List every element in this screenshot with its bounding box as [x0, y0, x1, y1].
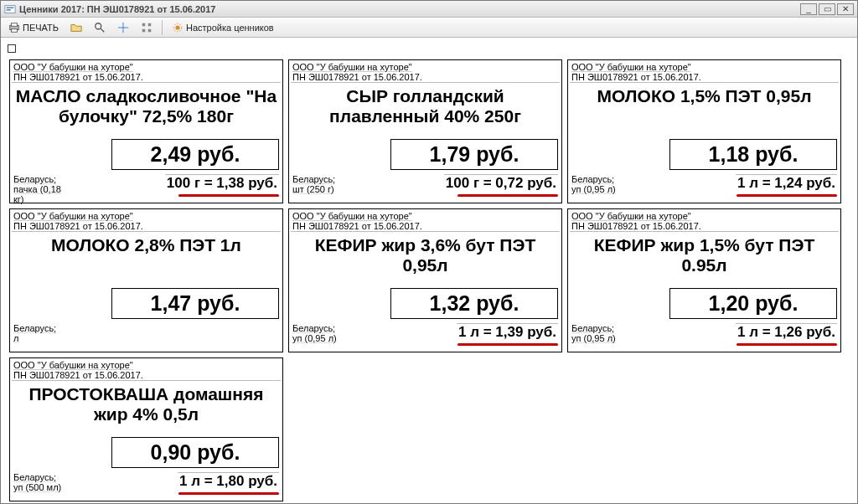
red-underline — [457, 194, 558, 197]
origin-pack: Беларусь;уп (0,95 л) — [571, 323, 630, 343]
red-underline — [737, 194, 837, 197]
org-name: ООО "У бабушки на хуторе" — [12, 211, 281, 221]
unit-price: 100 г = 1,38 руб. — [165, 174, 279, 192]
print-button[interactable]: ПЕЧАТЬ — [4, 20, 63, 35]
origin-pack: Беларусь;пачка (0,18 кг) — [13, 174, 72, 204]
svg-rect-11 — [148, 23, 152, 26]
window-title: Ценники 2017: ПН ЭШ0178921 от 15.06.2017 — [19, 4, 800, 14]
price-tag: ООО "У бабушки на хуторе"ПН ЭШ0178921 от… — [567, 208, 841, 352]
doc-ref: ПН ЭШ0178921 от 15.06.2017. — [12, 72, 281, 83]
printer-icon — [8, 22, 20, 33]
org-name: ООО "У бабушки на хуторе" — [291, 62, 560, 72]
product-name: ПРОСТОКВАША домашняя жир 4% 0,5л — [12, 381, 281, 424]
svg-rect-10 — [142, 23, 146, 26]
svg-rect-1 — [7, 7, 14, 8]
doc-ref: ПН ЭШ0178921 от 15.06.2017. — [570, 72, 839, 83]
print-label: ПЕЧАТЬ — [23, 23, 59, 33]
svg-rect-2 — [7, 9, 11, 11]
price: 1,32 руб. — [390, 288, 558, 319]
app-icon — [4, 3, 16, 15]
product-name: МОЛОКО 2,8% ПЭТ 1л — [12, 232, 281, 274]
svg-rect-12 — [142, 28, 146, 32]
origin-pack: Беларусь;шт (250 г) — [292, 174, 351, 194]
fit-button[interactable] — [113, 20, 133, 35]
price-tag: ООО "У бабушки на хуторе"ПН ЭШ0178921 от… — [288, 59, 562, 203]
price: 1,18 руб. — [669, 139, 837, 170]
minimize-button[interactable]: _ — [800, 3, 817, 15]
org-name: ООО "У бабушки на хуторе" — [570, 62, 839, 72]
unit-price-block: 1 л = 1,26 руб. — [736, 323, 837, 346]
unit-price-block: 100 г = 1,38 руб. — [165, 174, 279, 197]
origin-pack: Беларусь;л — [13, 323, 72, 343]
price: 1,47 руб. — [111, 288, 279, 319]
svg-line-7 — [101, 28, 104, 31]
grid-button[interactable] — [137, 20, 157, 35]
org-name: ООО "У бабушки на хуторе" — [12, 360, 281, 370]
doc-ref: ПН ЭШ0178921 от 15.06.2017. — [12, 221, 281, 232]
price-tag: ООО "У бабушки на хуторе"ПН ЭШ0178921 от… — [288, 208, 562, 352]
origin-pack: Беларусь;уп (500 мл) — [13, 472, 72, 492]
toolbar: ПЕЧАТЬ Настройка ценников — [1, 18, 857, 38]
gear-icon — [172, 22, 183, 33]
window-controls: _ ▭ ✕ — [800, 3, 854, 15]
red-underline — [737, 343, 837, 346]
titlebar: Ценники 2017: ПН ЭШ0178921 от 15.06.2017… — [1, 1, 857, 18]
price: 2,49 руб. — [111, 139, 279, 170]
price-tag: ООО "У бабушки на хуторе"ПН ЭШ0178921 от… — [9, 357, 283, 501]
unit-price: 1 л = 1,39 руб. — [457, 323, 558, 341]
product-name: МАСЛО сладкосливочное "На булочку" 72,5%… — [12, 83, 281, 126]
red-underline — [457, 343, 558, 346]
toolbar-separator — [162, 20, 163, 35]
org-name: ООО "У бабушки на хуторе" — [570, 211, 839, 221]
settings-label: Настройка ценников — [186, 23, 274, 33]
magnifier-icon — [94, 22, 106, 33]
svg-rect-13 — [148, 28, 152, 32]
product-name: КЕФИР жир 3,6% бут ПЭТ 0,95л — [291, 232, 560, 275]
unit-price: 1 л = 1,24 руб. — [736, 174, 837, 192]
price: 1,20 руб. — [669, 288, 837, 319]
svg-rect-4 — [12, 23, 18, 26]
folder-icon — [70, 22, 82, 33]
product-name: КЕФИР жир 1,5% бут ПЭТ 0.95л — [570, 232, 839, 275]
grid-icon — [141, 22, 152, 33]
unit-price-block: 100 г = 0,72 руб. — [444, 174, 558, 197]
unit-price: 100 г = 0,72 руб. — [444, 174, 558, 192]
close-button[interactable]: ✕ — [837, 3, 854, 15]
maximize-button[interactable]: ▭ — [819, 3, 835, 15]
crosshair-icon — [117, 22, 129, 33]
page-marker — [8, 44, 16, 53]
red-underline — [178, 492, 279, 495]
app-window: Ценники 2017: ПН ЭШ0178921 от 15.06.2017… — [0, 0, 858, 504]
unit-price: 1 л = 1,26 руб. — [736, 323, 837, 341]
svg-rect-5 — [12, 28, 18, 32]
open-button[interactable] — [66, 20, 86, 35]
unit-price: 1 л = 1,80 руб. — [178, 472, 279, 490]
red-underline — [178, 194, 279, 197]
doc-ref: ПН ЭШ0178921 от 15.06.2017. — [291, 72, 560, 83]
unit-price-block: 1 л = 1,39 руб. — [457, 323, 558, 346]
product-name: СЫР голландский плавленный 40% 250г — [291, 83, 560, 126]
origin-pack: Беларусь;уп (0,95 л) — [571, 174, 630, 194]
doc-ref: ПН ЭШ0178921 от 15.06.2017. — [12, 370, 281, 381]
unit-price-block: 1 л = 1,24 руб. — [736, 174, 837, 197]
org-name: ООО "У бабушки на хуторе" — [291, 211, 560, 221]
origin-pack: Беларусь;уп (0,95 л) — [292, 323, 351, 343]
price-tag: ООО "У бабушки на хуторе"ПН ЭШ0178921 от… — [9, 208, 283, 352]
preview-button[interactable] — [90, 20, 110, 35]
doc-ref: ПН ЭШ0178921 от 15.06.2017. — [291, 221, 560, 232]
product-name: МОЛОКО 1,5% ПЭТ 0,95л — [570, 83, 839, 125]
price: 1,79 руб. — [390, 139, 558, 170]
org-name: ООО "У бабушки на хуторе" — [12, 62, 281, 72]
svg-point-6 — [96, 23, 101, 28]
price-tag-grid: ООО "У бабушки на хуторе"ПН ЭШ0178921 от… — [6, 43, 852, 501]
price-tag: ООО "У бабушки на хуторе"ПН ЭШ0178921 от… — [567, 59, 841, 203]
unit-price-block: 1 л = 1,80 руб. — [178, 472, 279, 495]
price-tag: ООО "У бабушки на хуторе"ПН ЭШ0178921 от… — [9, 59, 283, 203]
price: 0,90 руб. — [111, 437, 279, 468]
settings-button[interactable]: Настройка ценников — [168, 20, 278, 35]
doc-ref: ПН ЭШ0178921 от 15.06.2017. — [570, 221, 839, 232]
svg-point-14 — [175, 25, 179, 29]
canvas-area: ООО "У бабушки на хуторе"ПН ЭШ0178921 от… — [1, 38, 857, 503]
